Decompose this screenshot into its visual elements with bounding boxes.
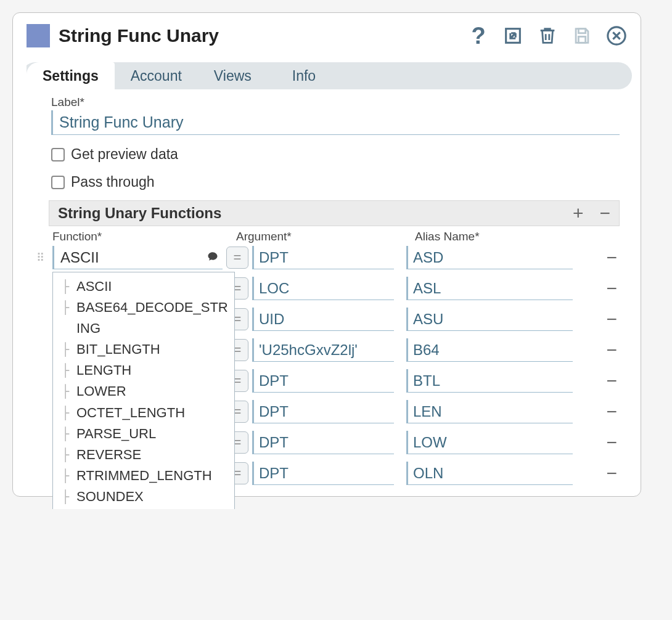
row-remove-icon[interactable]: − xyxy=(606,401,620,422)
dialog: String Func Unary ? Settings Account Vie… xyxy=(12,12,641,497)
trash-icon[interactable] xyxy=(537,25,558,46)
function-dropdown[interactable]: ├ ASCII├ BASE64_DECODE_STRING├ BIT_LENGT… xyxy=(52,272,235,509)
get-preview-row[interactable]: Get preview data xyxy=(51,146,620,163)
save-icon[interactable] xyxy=(572,25,592,46)
argument-input[interactable] xyxy=(252,369,394,393)
alias-input[interactable] xyxy=(406,277,573,300)
dropdown-option[interactable]: ├ SOUNDEX xyxy=(62,486,234,507)
dropdown-option[interactable]: ├ ASCII xyxy=(62,276,234,297)
expression-toggle[interactable]: = xyxy=(226,247,248,269)
suggest-icon[interactable] xyxy=(207,251,219,265)
row-remove-icon[interactable]: − xyxy=(606,370,620,391)
svg-rect-2 xyxy=(578,36,585,43)
dropdown-option[interactable]: ├ OCTET_LENGTH xyxy=(62,402,234,423)
argument-header: Argument* xyxy=(236,230,415,243)
label-field-label: Label* xyxy=(51,96,620,109)
argument-input[interactable] xyxy=(252,400,394,423)
alias-input[interactable] xyxy=(406,431,573,454)
tabs: Settings Account Views Info xyxy=(22,62,632,89)
get-preview-checkbox[interactable] xyxy=(51,148,65,161)
form-body: Label* Get preview data Pass through Str… xyxy=(22,93,632,485)
row-remove-icon[interactable]: − xyxy=(606,309,620,330)
section-title: String Unary Functions xyxy=(58,205,573,222)
argument-input[interactable] xyxy=(252,462,394,485)
row-remove-icon[interactable]: − xyxy=(606,463,620,484)
alias-input[interactable] xyxy=(406,246,573,269)
tab-views[interactable]: Views xyxy=(198,62,268,89)
dropdown-option[interactable]: ├ REVERSE xyxy=(62,444,234,465)
dialog-title: String Func Unary xyxy=(59,25,468,46)
argument-input[interactable] xyxy=(252,308,394,331)
dropdown-option[interactable]: ├ LENGTH xyxy=(62,360,234,381)
alias-header: Alias Name* xyxy=(415,230,620,243)
dropdown-option[interactable]: ├ PARSE_URL xyxy=(62,423,234,444)
dropdown-option[interactable]: ├ SPACE xyxy=(62,507,234,509)
argument-input[interactable] xyxy=(252,277,394,300)
pass-through-checkbox[interactable] xyxy=(51,176,65,189)
pass-through-row[interactable]: Pass through xyxy=(51,174,620,190)
table-row: ⠿ ├ ASCII├ BASE64_DECODE_STRING├ BIT_LEN… xyxy=(51,246,620,269)
dropdown-option[interactable]: ├ BASE64_DECODE_STRING xyxy=(62,297,234,339)
alias-input[interactable] xyxy=(406,338,573,362)
row-remove-icon[interactable]: − xyxy=(606,278,620,299)
tab-settings[interactable]: Settings xyxy=(27,62,115,89)
section-add-icon[interactable]: + xyxy=(573,204,584,222)
svg-rect-1 xyxy=(578,29,585,33)
dropdown-option[interactable]: ├ LOWER xyxy=(62,381,234,402)
titlebar: String Func Unary ? xyxy=(22,24,632,47)
alias-input[interactable] xyxy=(406,462,573,485)
alias-input[interactable] xyxy=(406,369,573,393)
function-header: Function* xyxy=(51,230,236,243)
close-icon[interactable] xyxy=(606,25,627,46)
argument-input[interactable] xyxy=(252,431,394,454)
function-input[interactable] xyxy=(52,246,223,269)
row-remove-icon[interactable]: − xyxy=(606,432,620,453)
snap-color-swatch xyxy=(27,24,50,47)
popout-icon[interactable] xyxy=(502,25,523,46)
pass-through-label: Pass through xyxy=(71,174,155,190)
row-remove-icon[interactable]: − xyxy=(606,247,620,268)
dropdown-option[interactable]: ├ RTRIMMED_LENGTH xyxy=(62,465,234,486)
argument-input[interactable] xyxy=(252,338,394,362)
section-header: String Unary Functions + − xyxy=(49,200,620,226)
get-preview-label: Get preview data xyxy=(71,146,178,163)
drag-handle-icon[interactable]: ⠿ xyxy=(34,251,46,264)
title-actions: ? xyxy=(468,25,627,46)
dropdown-option[interactable]: ├ BIT_LENGTH xyxy=(62,339,234,360)
row-remove-icon[interactable]: − xyxy=(606,340,620,361)
alias-input[interactable] xyxy=(406,308,573,331)
label-input[interactable] xyxy=(51,110,620,135)
argument-input[interactable] xyxy=(252,246,394,269)
help-icon[interactable]: ? xyxy=(468,25,489,46)
section-remove-icon[interactable]: − xyxy=(599,204,610,222)
alias-input[interactable] xyxy=(406,400,573,423)
grid-header: Function* Argument* Alias Name* xyxy=(51,230,620,243)
tab-account[interactable]: Account xyxy=(115,62,198,89)
tab-info[interactable]: Info xyxy=(268,62,332,89)
